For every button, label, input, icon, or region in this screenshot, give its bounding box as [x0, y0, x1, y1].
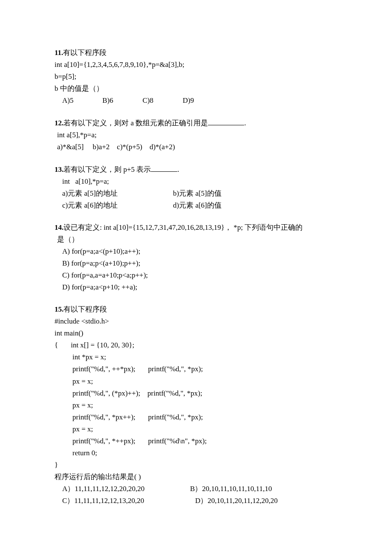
q13-blank — [151, 163, 177, 172]
q15-decl-px: int *px = x; — [55, 351, 341, 363]
q15-code-main: int main() — [55, 327, 341, 339]
q15-printf-2: printf("%d,", (*px)++); printf("%d,", *p… — [55, 387, 341, 399]
q13-code-line: int a[10],*p=a; — [55, 176, 341, 188]
q15-heading: 15.有以下程序段 — [55, 304, 341, 315]
q12-options: a)*&a[5] b)a+2 c)*(p+5) d)*(a+2) — [55, 141, 341, 153]
q11-title: 有以下程序段 — [63, 49, 107, 57]
q15-code-include: #include <stdio.h> — [55, 315, 341, 327]
question-13: 13.若有以下定义，则 p+5 表示. int a[10],*p=a; a)元素… — [55, 163, 341, 211]
q13-title-a: 若有以下定义，则 p+5 表示 — [63, 165, 151, 173]
q15-title: 有以下程序段 — [63, 305, 107, 313]
q14-heading-line1: 14.设已有定义: int a[10]={15,12,7,31,47,20,16… — [55, 222, 341, 234]
q15-result-prompt: 程序运行后的输出结果是( ) — [55, 471, 341, 483]
q14-opt-c: C) for(p=a,a=a+10;p<a;p++); — [55, 269, 341, 281]
q15-brace-open: { — [55, 341, 58, 349]
q15-return: return 0; — [55, 447, 341, 459]
q12-heading: 12.若有以下定义，则对 a 数组元素的正确引用是. — [55, 117, 341, 129]
q15-printf-1: printf("%d,", ++*px); printf("%d,", *px)… — [55, 363, 341, 375]
q14-num: 14. — [55, 223, 63, 231]
q15-reset-1: px = x; — [55, 376, 341, 387]
q12-title-b: . — [244, 119, 246, 127]
q12-title-a: 若有以下定义，则对 a 数组元素的正确引用是 — [63, 119, 208, 127]
document-page: 11.有以下程序段 int a[10]={1,2,3,4,5,6,7,8,9,1… — [0, 0, 392, 555]
q11-opt-a: A)5 — [62, 95, 101, 107]
q13-options-row2: c)元素 a[6]的地址 d)元素 a[6]的值 — [55, 199, 341, 211]
q15-options-row1: A）11,11,11,12,12,20,20,20 B）20,10,11,10,… — [55, 483, 341, 495]
q12-blank — [208, 117, 244, 125]
q12-code-line: int a[5],*p=a; — [55, 129, 341, 141]
q15-printf-4: printf("%d,", *++px); printf("%d\n", *px… — [55, 435, 341, 447]
q11-prompt: b 中的值是（） — [55, 83, 341, 95]
q15-printf-3: printf("%d,", *px++); printf("%d,", *px)… — [55, 411, 341, 423]
q15-opt-b: B）20,10,11,10,11,10,11,10 — [190, 483, 341, 495]
q15-opt-d: D）20,10,11,20,11,12,20,20 — [190, 495, 341, 507]
q15-opt-a: A）11,11,11,12,12,20,20,20 — [62, 483, 190, 495]
q11-opt-b: B)6 — [102, 95, 141, 107]
q13-opt-b: b)元素 a[5]的值 — [173, 188, 341, 199]
question-12: 12.若有以下定义，则对 a 数组元素的正确引用是. int a[5],*p=a… — [55, 117, 341, 153]
q14-title-a: 设已有定义: int a[10]={15,12,7,31,47,20,16,28… — [63, 223, 303, 231]
q15-reset-2: px = x; — [55, 399, 341, 411]
q11-code-line-2: b=p[5]; — [55, 71, 341, 83]
question-11: 11.有以下程序段 int a[10]={1,2,3,4,5,6,7,8,9,1… — [55, 47, 341, 107]
q12-num: 12. — [55, 119, 63, 127]
q11-opt-d: D)9 — [183, 95, 194, 107]
question-14: 14.设已有定义: int a[10]={15,12,7,31,47,20,16… — [55, 222, 341, 293]
q11-code-line-1: int a[10]={1,2,3,4,5,6,7,8,9,10},*p=&a[3… — [55, 59, 341, 71]
q13-title-b: . — [177, 165, 179, 173]
q14-opt-a: A) for(p=a;a<(p+10);a++); — [55, 246, 341, 257]
q15-reset-3: px = x; — [55, 423, 341, 435]
q15-num: 15. — [55, 305, 63, 313]
q13-opt-a: a)元素 a[5]的地址 — [62, 188, 173, 199]
q13-opt-d: d)元素 a[6]的值 — [173, 199, 341, 211]
q11-heading: 11.有以下程序段 — [55, 47, 341, 59]
q14-opt-d: D) for(p=a;a<p+10; ++a); — [55, 281, 341, 293]
q14-heading-line2: 是（） — [55, 234, 341, 246]
q11-opt-c: C)8 — [143, 95, 181, 107]
q13-heading: 13.若有以下定义，则 p+5 表示. — [55, 163, 341, 176]
q15-opt-c: C）11,11,11,12,12,13,20,20 — [62, 495, 190, 507]
q15-brace-close: } — [55, 459, 341, 471]
q13-num: 13. — [55, 165, 63, 173]
q14-opt-b: B) for(p=a;p<(a+10);p++); — [55, 257, 341, 269]
q15-decl-x: int x[] = {10, 20, 30}; — [71, 341, 134, 349]
q15-code-brace-open-line: {int x[] = {10, 20, 30}; — [55, 339, 341, 351]
question-15: 15.有以下程序段 #include <stdio.h> int main() … — [55, 304, 341, 507]
q15-options-row2: C）11,11,11,12,12,13,20,20 D）20,10,11,20,… — [55, 495, 341, 507]
q11-num: 11. — [55, 49, 63, 57]
q11-options: A)5 B)6 C)8 D)9 — [55, 95, 341, 107]
q13-options-row1: a)元素 a[5]的地址 b)元素 a[5]的值 — [55, 188, 341, 199]
q13-opt-c: c)元素 a[6]的地址 — [62, 199, 173, 211]
